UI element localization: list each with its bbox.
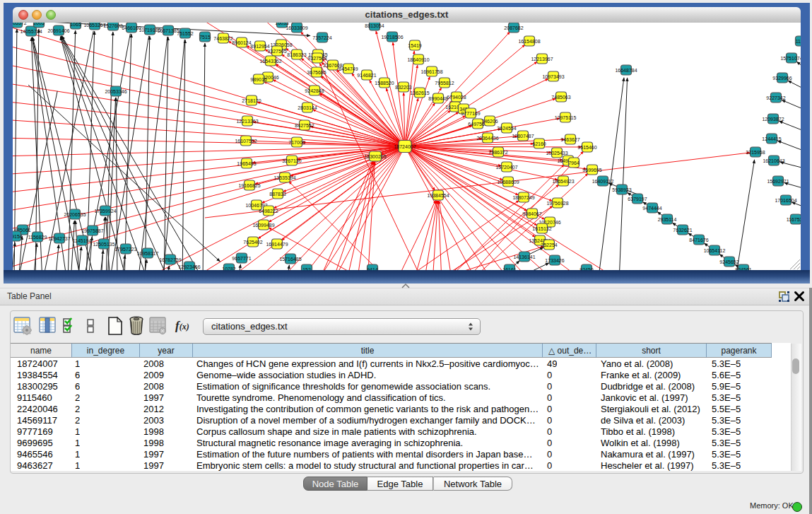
svg-text:6498222: 6498222 xyxy=(259,209,278,214)
svg-text:8990448: 8990448 xyxy=(428,96,447,101)
svg-text:1156829: 1156829 xyxy=(28,235,47,240)
svg-text:1244415: 1244415 xyxy=(762,136,781,141)
svg-text:10653267: 10653267 xyxy=(83,23,105,28)
svg-text:9329966: 9329966 xyxy=(772,76,792,81)
svg-text:1145194: 1145194 xyxy=(73,238,92,243)
svg-text:7632621: 7632621 xyxy=(673,228,692,233)
svg-text:16033809: 16033809 xyxy=(286,25,307,30)
svg-text:10654112: 10654112 xyxy=(704,248,726,253)
svg-text:2005: 2005 xyxy=(33,23,45,25)
svg-text:19384554: 19384554 xyxy=(427,193,449,198)
svg-text:7955812: 7955812 xyxy=(435,81,454,86)
svg-text:1117: 1117 xyxy=(796,39,801,44)
svg-text:9463627: 9463627 xyxy=(560,137,579,142)
svg-text:1065: 1065 xyxy=(70,23,81,27)
svg-text:1588520: 1588520 xyxy=(375,81,394,86)
svg-text:19975887: 19975887 xyxy=(81,228,103,233)
svg-text:15751074: 15751074 xyxy=(780,56,801,61)
svg-text:8186323: 8186323 xyxy=(287,52,306,57)
svg-text:7357224: 7357224 xyxy=(312,35,331,40)
svg-text:3215958: 3215958 xyxy=(746,150,765,155)
svg-text:9414: 9414 xyxy=(367,267,378,271)
svg-text:7463822: 7463822 xyxy=(213,36,233,41)
svg-text:5938923: 5938923 xyxy=(612,187,631,192)
svg-text:10807487: 10807487 xyxy=(512,134,534,139)
svg-text:62160: 62160 xyxy=(532,141,546,146)
svg-text:1615132: 1615132 xyxy=(532,226,551,231)
svg-text:3675685: 3675685 xyxy=(307,70,326,75)
svg-text:2803144: 2803144 xyxy=(298,105,317,110)
svg-text:18807249: 18807249 xyxy=(512,195,534,200)
svg-text:16914479: 16914479 xyxy=(266,242,288,247)
svg-text:12942737: 12942737 xyxy=(48,236,70,241)
svg-text:19756928: 19756928 xyxy=(546,201,568,206)
svg-text:8471676: 8471676 xyxy=(689,238,708,243)
svg-text:9474444: 9474444 xyxy=(642,206,661,211)
svg-text:10025433: 10025433 xyxy=(546,151,567,156)
svg-text:152: 152 xyxy=(302,267,311,271)
svg-text:7964: 7964 xyxy=(568,160,579,165)
svg-text:9146821: 9146821 xyxy=(357,73,376,78)
svg-text:12923466: 12923466 xyxy=(178,264,200,269)
svg-text:12213967: 12213967 xyxy=(531,57,553,62)
svg-text:3624554: 3624554 xyxy=(497,126,516,131)
svg-text:16099489: 16099489 xyxy=(252,223,274,228)
svg-text:2087682: 2087682 xyxy=(504,25,523,30)
svg-text:13535394: 13535394 xyxy=(273,175,295,180)
svg-text:1167534: 1167534 xyxy=(787,217,801,222)
svg-text:1733426: 1733426 xyxy=(545,258,564,263)
svg-text:2718170: 2718170 xyxy=(242,98,261,103)
svg-text:746206: 746206 xyxy=(481,119,498,124)
svg-text:751552: 751552 xyxy=(177,31,193,36)
svg-text:832203: 832203 xyxy=(395,85,411,90)
svg-text:17359924: 17359924 xyxy=(94,209,116,214)
svg-text:16409112: 16409112 xyxy=(592,179,614,184)
svg-text:14055714: 14055714 xyxy=(20,29,42,34)
svg-text:887833: 887833 xyxy=(269,192,286,197)
svg-text:7625402: 7625402 xyxy=(243,240,262,245)
svg-text:9242848: 9242848 xyxy=(305,88,324,93)
svg-text:2935114: 2935114 xyxy=(658,217,677,222)
svg-text:15419: 15419 xyxy=(408,43,422,48)
svg-text:9699695: 9699695 xyxy=(582,168,601,173)
svg-text:16961758: 16961758 xyxy=(420,69,442,74)
svg-text:9327505: 9327505 xyxy=(267,49,286,54)
svg-text:12093872: 12093872 xyxy=(762,117,784,122)
svg-text:10973493: 10973493 xyxy=(542,74,564,79)
svg-text:18300295: 18300295 xyxy=(364,154,386,159)
svg-text:16210643: 16210643 xyxy=(763,158,784,163)
svg-text:9327508: 9327508 xyxy=(307,56,326,61)
svg-text:20364436: 20364436 xyxy=(476,136,498,141)
svg-text:989016: 989016 xyxy=(250,77,266,82)
svg-text:16543362: 16543362 xyxy=(259,59,281,64)
svg-text:9657771: 9657771 xyxy=(232,256,251,261)
svg-text:16154808: 16154808 xyxy=(518,39,540,44)
svg-text:10688609: 10688609 xyxy=(497,180,519,185)
svg-text:252254: 252254 xyxy=(541,243,557,247)
svg-text:92450: 92450 xyxy=(579,267,594,271)
svg-text:8454749: 8454749 xyxy=(339,66,358,71)
svg-text:6794028: 6794028 xyxy=(447,95,466,100)
svg-text:18640910: 18640910 xyxy=(407,57,429,62)
svg-text:8813054: 8813054 xyxy=(365,23,384,28)
svg-text:9084067: 9084067 xyxy=(522,211,541,216)
svg-text:14136141: 14136141 xyxy=(513,255,535,259)
svg-text:10782: 10782 xyxy=(222,267,236,271)
svg-text:20206535: 20206535 xyxy=(64,212,86,217)
svg-text:1527602: 1527602 xyxy=(103,23,122,28)
svg-text:15692971: 15692971 xyxy=(767,179,789,184)
svg-text:20053346: 20053346 xyxy=(105,89,126,94)
svg-text:18724007: 18724007 xyxy=(394,144,416,149)
svg-text:10958117: 10958117 xyxy=(137,251,159,256)
svg-text:16107552: 16107552 xyxy=(235,139,257,144)
svg-text:7515: 7515 xyxy=(199,35,211,40)
svg-text:1605572: 1605572 xyxy=(13,23,27,25)
svg-text:9227342: 9227342 xyxy=(766,95,785,100)
svg-text:39154: 39154 xyxy=(13,234,23,239)
svg-text:9245652: 9245652 xyxy=(719,259,739,264)
svg-text:9515460: 9515460 xyxy=(577,145,596,150)
svg-text:17957223: 17957223 xyxy=(114,247,136,252)
svg-text:20691406: 20691406 xyxy=(47,28,69,33)
svg-text:717006: 717006 xyxy=(288,140,305,145)
svg-text:1362615: 1362615 xyxy=(410,90,429,95)
